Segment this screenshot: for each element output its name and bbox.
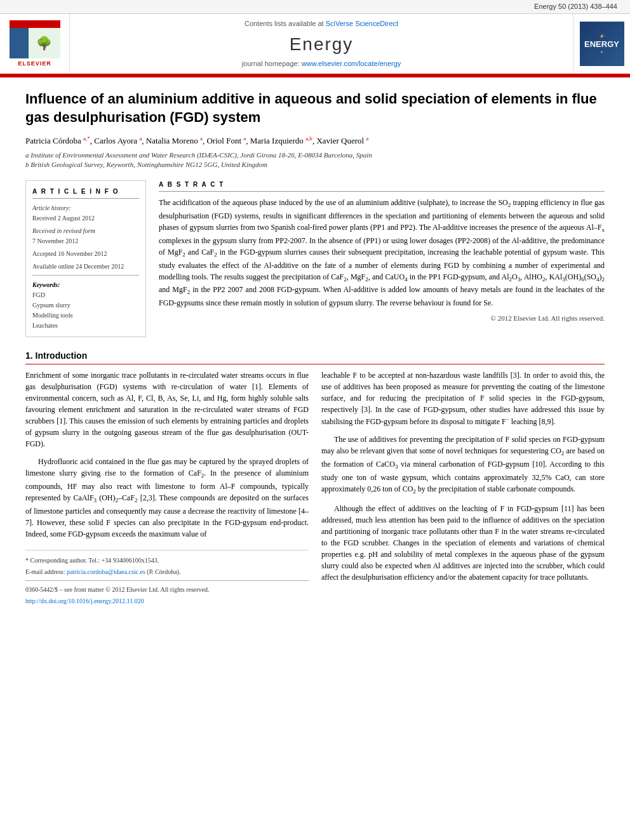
- top-bar: Energy 50 (2013) 438–444: [0, 0, 630, 14]
- intro-right-p1: leachable F to be accepted at non-hazard…: [321, 370, 605, 427]
- homepage-prefix: journal homepage:: [242, 60, 300, 67]
- footer-issn: 0360-5442/$ – see front matter © 2012 El…: [25, 585, 309, 594]
- keywords-section: Keywords: FGD Gypsum slurry Modelling to…: [32, 281, 139, 330]
- intro-p2: Hydrofluoric acid contained in the flue …: [25, 456, 309, 540]
- citation-text: Energy 50 (2013) 438–444: [534, 3, 617, 10]
- keyword-2: Gypsum slurry: [32, 301, 139, 310]
- article-info-box: A R T I C L E I N F O Article history: R…: [25, 180, 146, 337]
- intro-p1: Enrichment of some inorganic trace pollu…: [25, 370, 309, 450]
- divider: [32, 275, 139, 276]
- main-content: Influence of an aluminium additive in aq…: [0, 77, 630, 620]
- journal-header-right: ⚡ ENERGY ▼: [573, 14, 630, 74]
- sciverse-link[interactable]: SciVerse ScienceDirect: [326, 20, 398, 27]
- received-revised-date: 7 November 2012: [32, 237, 139, 246]
- footnote-email-line: E-mail address: patricia.cordoba@idaea.c…: [25, 567, 309, 577]
- elsevier-logo-image: 🌳: [10, 20, 60, 58]
- keywords-label: Keywords:: [32, 281, 139, 290]
- authors-line: Patricia Córdoba a,*, Carlos Ayora a, Na…: [25, 135, 605, 147]
- footnote-email-suffix: (P. Córdoba).: [147, 568, 180, 575]
- elsevier-logo-section: 🌳 ELSEVIER: [0, 14, 70, 74]
- available-date: Available online 24 December 2012: [32, 262, 139, 271]
- body-col-left: Enrichment of some inorganic trace pollu…: [25, 370, 309, 608]
- article-title: Influence of an aluminium additive in aq…: [25, 90, 605, 126]
- footer-doi[interactable]: http://dx.doi.org/10.1016/j.energy.2012.…: [25, 596, 309, 606]
- logo-top-red-bar: [10, 20, 60, 28]
- energy-badge: ⚡ ENERGY ▼: [580, 22, 624, 66]
- journal-header: 🌳 ELSEVIER Contents lists available at S…: [0, 14, 630, 76]
- keyword-4: Leachates: [32, 321, 139, 330]
- badge-top-text: ⚡: [600, 34, 605, 39]
- affiliations: a Institute of Environmental Assessment …: [25, 150, 605, 170]
- abstract-content: The acidification of the aqueous phase i…: [159, 198, 605, 307]
- left-col: A R T I C L E I N F O Article history: R…: [25, 180, 146, 337]
- intro-right-p3: Although the effect of additives on the …: [321, 503, 605, 583]
- copyright-line: © 2012 Elsevier Ltd. All rights reserved…: [159, 314, 605, 323]
- logo-left-blue: [10, 28, 29, 58]
- body-col-right: leachable F to be accepted at non-hazard…: [321, 370, 605, 608]
- section1-title: 1. Introduction: [25, 350, 605, 365]
- sciverse-line: Contents lists available at SciVerse Sci…: [245, 19, 398, 29]
- journal-name: Energy: [290, 32, 354, 57]
- intro-right-p2: The use of additives for preventing the …: [321, 434, 605, 497]
- affiliation-a: a Institute of Environmental Assessment …: [25, 150, 605, 160]
- elsevier-logo: 🌳 ELSEVIER: [10, 20, 60, 68]
- footnote-corresponding: * Corresponding author. Tel.: +34 934006…: [25, 556, 309, 565]
- body-two-col: Enrichment of some inorganic trace pollu…: [25, 370, 605, 608]
- abstract-text: The acidification of the aqueous phase i…: [159, 197, 605, 309]
- logo-bottom: 🌳: [10, 28, 60, 58]
- elsevier-wordmark: ELSEVIER: [18, 60, 51, 68]
- article-info-heading: A R T I C L E I N F O: [32, 187, 139, 199]
- sciverse-prefix: Contents lists available at: [245, 20, 324, 27]
- logo-right-green: 🌳: [29, 28, 60, 58]
- article-history-label: Article history:: [32, 204, 139, 213]
- affiliation-b: b British Geological Survey, Keyworth, N…: [25, 160, 605, 170]
- tree-icon: 🌳: [36, 34, 52, 52]
- footnote-email[interactable]: patricia.cordoba@idaea.csic.es: [67, 568, 145, 575]
- footnote-divider: [25, 580, 309, 581]
- accepted-date: Accepted 16 November 2012: [32, 250, 139, 258]
- introduction-section: 1. Introduction Enrichment of some inorg…: [25, 350, 605, 608]
- homepage-link[interactable]: www.elsevier.com/locate/energy: [302, 60, 401, 67]
- journal-homepage-line: journal homepage: www.elsevier.com/locat…: [242, 59, 401, 69]
- article-info-abstract: A R T I C L E I N F O Article history: R…: [25, 180, 605, 337]
- abstract-heading: A B S T R A C T: [159, 180, 605, 192]
- keyword-3: Modelling tools: [32, 311, 139, 320]
- received-revised-label: Received in revised form: [32, 227, 139, 236]
- footnote-section: * Corresponding author. Tel.: +34 934006…: [25, 550, 309, 606]
- page-wrapper: Energy 50 (2013) 438–444 🌳 ELSEVIER: [0, 0, 630, 620]
- right-col: A B S T R A C T The acidification of the…: [159, 180, 605, 337]
- badge-bottom-text: ▼: [600, 50, 603, 55]
- footnote-email-label: E-mail address:: [25, 568, 65, 575]
- received-date: Received 2 August 2012: [32, 214, 139, 223]
- badge-main-text: ENERGY: [584, 39, 619, 50]
- keyword-1: FGD: [32, 291, 139, 300]
- journal-header-center: Contents lists available at SciVerse Sci…: [70, 14, 573, 74]
- authors-text: Patricia Córdoba a,*, Carlos Ayora a, Na…: [25, 136, 368, 145]
